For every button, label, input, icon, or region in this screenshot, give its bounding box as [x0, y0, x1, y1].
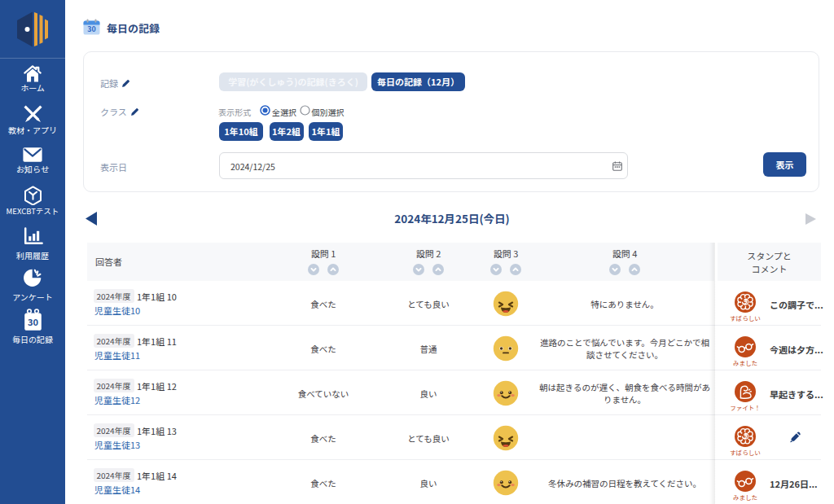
svg-text:30: 30: [87, 24, 95, 34]
svg-text:30: 30: [28, 315, 38, 328]
